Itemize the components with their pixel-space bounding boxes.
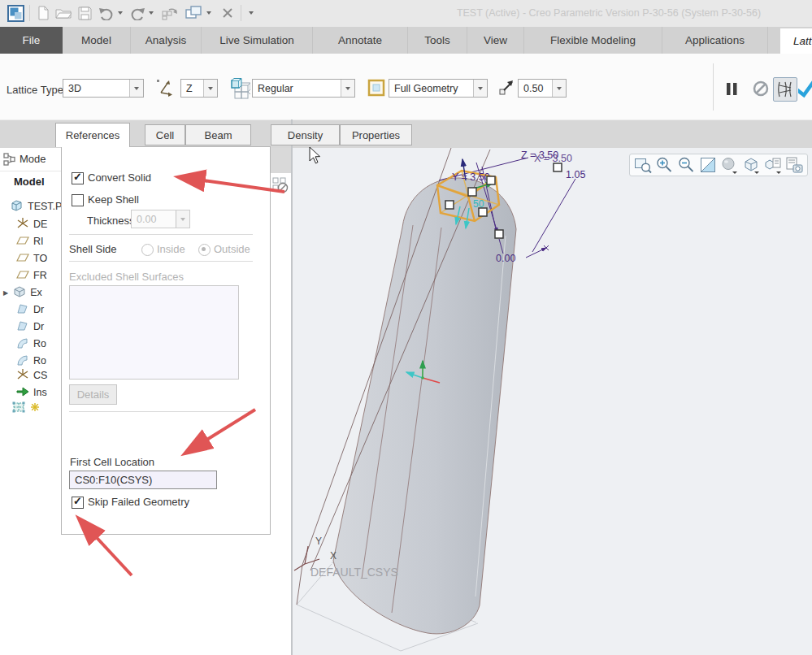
preview-toggle-button[interactable] — [773, 77, 797, 102]
tree-row-default-csys[interactable]: DE — [16, 216, 47, 232]
3d-viewport-scene[interactable]: 50 Y = 3.50 Z = 3.50 X = 3.50 1.05 0.00 — [293, 148, 812, 655]
windows-button[interactable] — [184, 4, 203, 22]
axis-y-label: Y — [315, 536, 322, 547]
tree-row-plane-right[interactable]: RI — [16, 233, 44, 249]
close-button[interactable] — [219, 4, 236, 22]
thickness-combobox: 0.00 — [131, 210, 190, 228]
dimension-height[interactable]: 1.05 — [566, 169, 585, 180]
app-icon[interactable] — [6, 4, 25, 22]
chevron-down-icon — [206, 11, 211, 15]
dropdown-button[interactable] — [341, 80, 354, 97]
new-file-button[interactable] — [34, 4, 52, 22]
tree-row-round-1[interactable]: Ro — [16, 336, 46, 352]
datum-plane-icon — [16, 268, 29, 284]
excluded-surfaces-collector[interactable] — [69, 285, 239, 380]
panel-tab-cell[interactable]: Cell — [145, 124, 185, 145]
lattice-dashboard: Lattice Type 3D Z Regular Full Geometry — [0, 54, 812, 119]
keep-shell-checkbox[interactable] — [72, 194, 84, 206]
csys-icon — [16, 368, 29, 384]
saved-views-button[interactable] — [741, 155, 761, 175]
zoom-in-button[interactable] — [655, 155, 675, 175]
extrude-icon — [13, 285, 26, 301]
tree-row-extrude[interactable]: Ex — [3, 284, 42, 301]
tab-model[interactable]: Model — [63, 27, 131, 54]
cell-type-combobox[interactable]: Regular — [252, 79, 355, 98]
toolbar-separator — [241, 5, 241, 21]
chevron-down-icon — [478, 87, 483, 90]
tab-tools[interactable]: Tools — [408, 27, 467, 54]
zoom-out-button[interactable] — [676, 155, 696, 175]
toolbar-overflow-dropdown[interactable] — [245, 4, 257, 22]
dimension-x[interactable]: X = 3.50 — [534, 153, 572, 164]
details-button: Details — [69, 384, 117, 405]
tab-view[interactable]: View — [467, 27, 524, 54]
view-manager-button[interactable] — [784, 155, 804, 175]
tree-row-draft-2[interactable]: Dr — [16, 319, 44, 335]
shell-side-outside-radio — [198, 244, 211, 256]
windows-dropdown[interactable] — [204, 4, 214, 22]
tree-row-insert-here[interactable]: Ins — [16, 384, 47, 401]
tab-live-simulation[interactable]: Live Simulation — [202, 27, 313, 54]
refit-button[interactable] — [633, 155, 653, 175]
redo-dropdown[interactable] — [146, 4, 156, 22]
redo-button[interactable] — [128, 4, 146, 22]
skip-failed-geometry-label: Skip Failed Geometry — [88, 496, 189, 508]
cell-size-combobox[interactable]: 0.50 — [518, 79, 567, 98]
save-button[interactable] — [76, 4, 93, 22]
axis-x-label: X — [330, 550, 337, 562]
panel-tab-properties[interactable]: Properties — [340, 124, 412, 145]
navigator-viewport-divider[interactable] — [291, 119, 293, 655]
ok-check-button[interactable] — [798, 79, 812, 98]
expander-icon[interactable] — [3, 289, 8, 297]
first-cell-location-field[interactable]: CS0:F10(CSYS) — [69, 471, 217, 489]
panel-tab-beam[interactable]: Beam — [185, 124, 251, 145]
chevron-down-icon — [345, 87, 350, 90]
round-icon — [16, 354, 29, 369]
draft-icon — [16, 319, 29, 335]
no-preview-button[interactable] — [752, 80, 770, 98]
panel-tab-references[interactable]: References — [55, 123, 130, 147]
tree-row-csys[interactable]: CS — [16, 367, 47, 384]
display-style-button[interactable] — [720, 155, 740, 175]
tab-lattice-active[interactable]: Latt — [780, 28, 812, 54]
tab-flexible-modeling[interactable]: Flexible Modeling — [524, 27, 662, 54]
graphics-area[interactable]: 50 Y = 3.50 Z = 3.50 X = 3.50 1.05 0.00 — [293, 148, 812, 655]
tree-row-lattice-feature[interactable] — [11, 400, 43, 416]
ribbon-tabbar: File Model Analysis Live Simulation Anno… — [0, 27, 812, 54]
geometry-combobox[interactable]: Full Geometry — [389, 79, 488, 98]
dropdown-button[interactable] — [129, 80, 143, 97]
dropdown-button[interactable] — [473, 80, 487, 97]
divider — [69, 234, 253, 235]
annotation-display-button[interactable] — [763, 155, 783, 175]
tree-row-plane-top[interactable]: TO — [16, 250, 47, 267]
tree-row-plane-front[interactable]: FR — [16, 267, 47, 284]
tree-row-draft-1[interactable]: Dr — [16, 301, 44, 318]
tree-row-round-2[interactable]: Ro — [16, 353, 46, 369]
panel-tab-density[interactable]: Density — [271, 124, 340, 145]
convert-solid-checkbox[interactable] — [72, 172, 84, 184]
lattice-type-combobox[interactable]: 3D — [63, 79, 144, 98]
tree-row-part[interactable]: TEST.P — [10, 198, 62, 215]
dimension-zero[interactable]: 0.00 — [496, 253, 515, 264]
tab-analysis[interactable]: Analysis — [131, 27, 202, 54]
inside-label: Inside — [157, 243, 185, 255]
undo-button[interactable] — [98, 4, 115, 22]
csys-name-label[interactable]: DEFAULT_CSYS — [310, 566, 398, 579]
tree-filter-icon[interactable] — [271, 176, 289, 197]
dropdown-button[interactable] — [203, 80, 217, 97]
pause-button[interactable] — [723, 80, 740, 97]
tab-applications[interactable]: Applications — [662, 27, 768, 54]
tab-file[interactable]: File — [0, 27, 63, 54]
divider — [69, 411, 253, 412]
tab-annotate[interactable]: Annotate — [313, 27, 408, 54]
open-file-button[interactable] — [54, 4, 73, 22]
regenerate-button[interactable] — [160, 4, 180, 22]
skip-failed-geometry-checkbox[interactable] — [72, 497, 84, 509]
saved-orientations-button[interactable] — [698, 155, 718, 175]
direction-combobox[interactable]: Z — [180, 79, 218, 98]
outside-label: Outside — [214, 243, 250, 255]
undo-dropdown[interactable] — [115, 4, 125, 22]
dimension-y[interactable]: Y = 3.50 — [452, 171, 490, 183]
dropdown-button[interactable] — [552, 80, 566, 97]
datum-plane-icon — [16, 234, 29, 249]
